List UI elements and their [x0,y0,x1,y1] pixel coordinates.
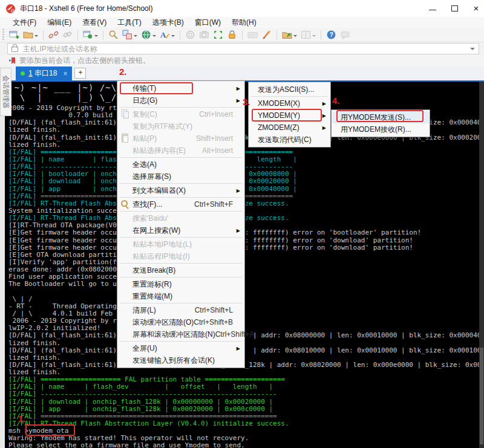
context-menu-item[interactable]: ▶ [120,157,242,158]
minimize-button[interactable] [428,4,437,13]
address-dropdown-caret-icon[interactable] [470,48,475,53]
transfer-submenu-item[interactable]: 发送取消代码(C) ▶ [249,134,330,146]
session-manager-side-tab-label: 会话管理器 [0,67,12,117]
context-menu-item[interactable]: ▶ [120,107,242,108]
toolbar-separator [242,30,243,40]
context-menu-item[interactable]: ▶ [120,277,242,278]
font-button[interactable]: A [159,29,176,41]
context-menu-item[interactable]: 日志(G) ▶ [118,94,244,106]
new-tab-button[interactable]: + [74,68,86,79]
new-file-transfer-button[interactable] [281,29,298,41]
context-menu-item[interactable]: ▶ [120,237,242,238]
reconnect-button[interactable] [61,29,74,41]
context-menu-item[interactable]: ▶ [120,263,242,264]
address-box[interactable] [7,43,479,54]
help-button[interactable]: ? [325,29,338,41]
submenu-arrow-icon: ▶ [322,101,327,106]
host-address-input[interactable] [22,44,470,54]
context-menu-item[interactable]: 重置游标(R) ▶ [118,278,244,290]
toolbar-grip-handle[interactable] [2,29,4,41]
context-menu-item[interactable]: 选择屏幕(S) ▶ [118,170,244,183]
log-button[interactable] [184,29,197,41]
maximize-button[interactable] [450,4,459,13]
menubar-item[interactable]: 查看(V) [77,17,112,28]
annotation-step-2: 2. [119,67,127,77]
context-menu-item[interactable]: 查找(F)... Ctrl+Shift+F ▶ [118,198,244,210]
context-menu-item[interactable]: ▶ [120,197,242,198]
find-icon [118,200,132,209]
context-menu-item[interactable]: 粘贴(P) Shift+Insert ▶ [118,132,244,144]
open-session-caret-icon[interactable] [34,35,38,39]
context-menu-item[interactable]: 到文本编辑器(X) ▶ [118,184,244,196]
font-caret-icon[interactable] [171,35,175,39]
menubar-item[interactable]: 文件(F) [7,17,42,28]
tab-number: 1 [28,69,33,77]
ymodem-submenu-item[interactable]: 用YMODEM发送(S)... ▶ [332,111,429,123]
menubar-item[interactable]: 选项卡(B) [147,17,189,28]
screen-capture-button[interactable] [198,29,211,41]
transfer-submenu-item[interactable]: ZMODEM(Z) ▶ [249,122,330,134]
context-menu-item[interactable]: 粘贴选择内容(E) Alt+Insert ▶ [118,144,244,157]
context-menu-item[interactable]: ▶ [120,303,242,304]
context-menu-item[interactable]: 滚动缓冲区清除(O) Ctrl+Shift+B ▶ [118,316,244,328]
web-button[interactable] [140,29,157,41]
annotation-step-4: 4. [332,96,340,106]
terminal-scrollbar[interactable] [479,82,484,448]
menubar-item[interactable]: 编辑(E) [42,17,77,28]
web-caret-icon[interactable] [152,35,156,39]
context-menu-item[interactable]: ▶ [120,341,242,342]
close-button[interactable]: × [472,4,480,13]
menubar-item[interactable]: 帮助(H) [226,17,262,28]
context-menu-item[interactable]: 在网上搜索(W) ▶ [118,224,244,236]
tile-layout-caret-icon[interactable] [134,35,137,39]
context-menu-item[interactable]: 屏幕和滚动缓冲区清除(N) Ctrl+Shift+A ▶ [118,328,244,340]
toolbar-separator [77,30,78,40]
ymodem-submenu-item[interactable]: 用YMODEM接收(R)... ▶ [332,123,429,135]
context-menu-item[interactable]: 复制(C) Ctrl+Insert ▶ [118,108,244,120]
title-bar: 串口18 - Xshell 6 (Free for Home/School) × [0,0,484,18]
transfer-submenu-item[interactable]: YMODEM(Y) ▶ [249,109,330,122]
window-layout-caret-icon[interactable] [312,35,316,39]
toolbar-separator [180,30,180,40]
annotation-step-3: 3. [243,97,250,107]
context-menu-item[interactable]: 粘贴远程IP地址(I) ▶ [118,250,244,262]
virtual-keyboard-button[interactable] [246,29,259,41]
context-menu-item[interactable]: 发送Break(B) ▶ [118,264,244,276]
submenu-arrow-icon: ▶ [322,113,327,118]
transfer-submenu-item[interactable]: ▶ [251,96,328,97]
context-menu-item[interactable]: 搜索'Baidu' ▶ [118,212,244,224]
menubar-item[interactable]: 窗口(W) [189,17,226,28]
compose-pen-button[interactable] [260,29,273,41]
terminal-scrollbar-thumb[interactable] [480,348,483,444]
find-button[interactable] [107,29,120,41]
disconnect-button[interactable] [47,29,60,41]
context-menu-item[interactable]: 复制为RTF格式(Y) ▶ [118,120,244,132]
context-menu-item[interactable]: 粘贴本地IP地址(L) ▶ [118,238,244,250]
transfer-submenu-item[interactable]: XMODEM(X) ▶ [249,97,330,109]
new-session-button[interactable] [8,29,21,41]
lock-button[interactable] [226,29,238,41]
context-menu-item[interactable]: ▶ [120,183,242,184]
tab-close-icon[interactable]: × [63,70,67,78]
fullscreen-button[interactable] [212,29,224,41]
context-menu-item[interactable]: 发送键输入到所有会话(K) ▶ [118,354,244,366]
context-menu-item[interactable]: ▶ [120,211,242,212]
ymodem-submenu: 用YMODEM发送(S)... ▶ 用YMODEM接收(R)... ▶ [331,109,430,137]
terminal-line: [I/FAL] RT-Thread Flash Abstraction Laye… [8,420,479,427]
tab-serial-18[interactable]: 1 串口18 × [16,67,72,80]
transfer-submenu-item[interactable]: 发送为ASCII(S)... ▶ [249,83,330,96]
menubar-item[interactable]: 工具(T) [112,17,146,28]
session-properties-button[interactable] [82,29,99,41]
session-properties-caret-icon[interactable] [94,35,98,39]
new-file-transfer-caret-icon[interactable] [293,35,297,39]
message-button[interactable] [339,29,352,41]
toolbar-separator [321,30,321,40]
tile-layout-button[interactable] [121,29,139,41]
context-menu-item[interactable]: 传输(T) ▶ [118,82,244,94]
context-menu-item[interactable]: 全屏(U) ▶ [118,342,244,354]
context-menu-item[interactable]: 清屏(L) Ctrl+Shift+L ▶ [118,304,244,316]
open-session-button[interactable] [22,29,39,41]
context-menu-item[interactable]: 全选(A) ▶ [118,158,244,170]
window-layout-button[interactable] [299,29,317,41]
context-menu-item[interactable]: 重置终端(M) ▶ [118,290,244,302]
